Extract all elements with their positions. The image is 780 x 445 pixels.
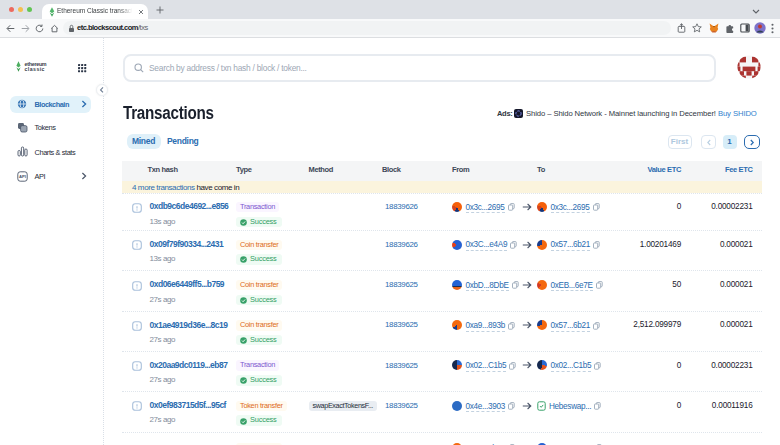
svg-text:API: API (19, 174, 26, 179)
